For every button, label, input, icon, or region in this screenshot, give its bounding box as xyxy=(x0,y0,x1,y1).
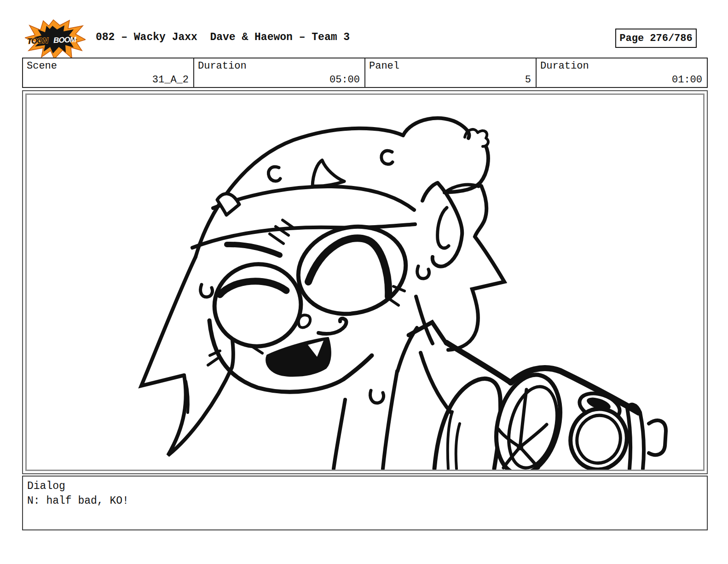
panel-info-row: Scene 31_A_2 Duration 05:00 Panel 5 Dura… xyxy=(22,58,708,88)
storyboard-artwork xyxy=(27,95,703,470)
page-number-badge: Page 276/786 xyxy=(615,29,697,48)
page-number-text: Page 276/786 xyxy=(619,33,692,44)
storyboard-page: TOON BOOM 082 – Wacky Jaxx Dave & Haewon… xyxy=(0,0,728,564)
scene-duration-value: 05:00 xyxy=(329,74,360,86)
panel-cell: Panel 5 xyxy=(364,58,536,87)
logo-text-boom: BOOM xyxy=(53,35,77,45)
episode-title: 082 – Wacky Jaxx Dave & Haewon – Team 3 xyxy=(96,31,350,43)
dialog-label: Dialog xyxy=(27,479,703,494)
panel-duration-cell: Duration 01:00 xyxy=(536,58,707,87)
dialog-box: Dialog N: half bad, KO! xyxy=(22,476,708,530)
logo-text-toon: TOON xyxy=(27,36,49,46)
fan-device xyxy=(434,368,666,470)
toonboom-logo: TOON BOOM xyxy=(25,18,86,60)
scene-duration-cell: Duration 05:00 xyxy=(193,58,364,87)
panel-label: Panel xyxy=(369,60,399,72)
storyboard-panel-frame xyxy=(22,90,708,474)
storyboard-panel-inner xyxy=(25,93,705,471)
scene-cell: Scene 31_A_2 xyxy=(23,58,193,87)
panel-value: 5 xyxy=(525,74,531,86)
dialog-text: N: half bad, KO! xyxy=(27,494,703,508)
ear xyxy=(416,183,462,343)
scene-value: 31_A_2 xyxy=(152,74,189,86)
scene-label: Scene xyxy=(27,60,57,72)
scene-duration-label: Duration xyxy=(198,60,247,72)
panel-duration-value: 01:00 xyxy=(672,74,702,86)
panel-duration-label: Duration xyxy=(540,60,589,72)
